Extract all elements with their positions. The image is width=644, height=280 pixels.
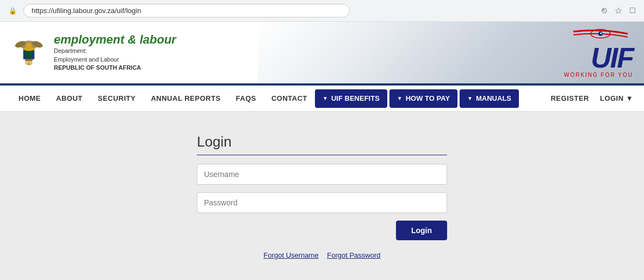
login-link[interactable]: LOGIN ▼: [600, 94, 633, 102]
svg-point-11: [600, 33, 602, 34]
uif-swoosh-graphic: [568, 27, 633, 44]
svg-text:♦: ♦: [28, 63, 29, 66]
site-header: ♦ employment & labour Department: Employ…: [0, 22, 644, 86]
department-info: employment & labour Department: Employme…: [54, 33, 176, 72]
dept-name: employment & labour: [54, 33, 176, 47]
nav-dropdown-manuals[interactable]: ▼ MANUALS: [460, 89, 519, 108]
nav-left: HOME ABOUT SECURITY ANNUAL REPORTS FAQS …: [11, 86, 550, 112]
menu-icon[interactable]: □: [630, 5, 635, 16]
nav-item-about[interactable]: ABOUT: [48, 86, 90, 112]
login-title: Login: [197, 133, 447, 155]
nav-dropdown-how-to-pay[interactable]: ▼ HOW TO PAY: [389, 89, 457, 108]
nav-item-contact[interactable]: CONTACT: [264, 86, 315, 112]
url-bar[interactable]: https://ufiling.labour.gov.za/uif/login: [23, 4, 350, 17]
forgot-username-link[interactable]: Forgot Username: [263, 251, 318, 259]
share-icon[interactable]: ⎋: [602, 5, 607, 16]
nav-dropdown-uif-benefits[interactable]: ▼ UIF BENEFITS: [315, 89, 387, 108]
login-box: Login Login Forgot Username Forgot Passw…: [197, 133, 447, 280]
nav-right: REGISTER LOGIN ▼: [550, 94, 633, 102]
forgot-links: Forgot Username Forgot Password: [197, 251, 447, 259]
uif-text: UIF: [591, 44, 633, 72]
chevron-down-icon: ▼: [626, 94, 633, 102]
login-button[interactable]: Login: [396, 221, 447, 240]
forgot-password-link[interactable]: Forgot Password: [327, 251, 380, 259]
nav-item-home[interactable]: HOME: [11, 86, 48, 112]
bookmark-icon[interactable]: ☆: [615, 5, 622, 16]
chevron-down-icon: ▼: [323, 95, 328, 101]
main-content: Login Login Forgot Username Forgot Passw…: [0, 112, 644, 280]
main-nav: HOME ABOUT SECURITY ANNUAL REPORTS FAQS …: [0, 86, 644, 112]
uif-subtitle: WORKING FOR YOU: [564, 72, 633, 78]
username-input[interactable]: [197, 164, 447, 185]
browser-bar: 🔒 https://ufiling.labour.gov.za/uif/logi…: [0, 0, 644, 22]
nav-item-security[interactable]: SECURITY: [90, 86, 144, 112]
browser-icons: ⎋ ☆ □: [602, 5, 635, 16]
login-form: Login: [197, 164, 447, 240]
uif-brand: UIF WORKING FOR YOU: [564, 27, 633, 78]
chevron-down-icon: ▼: [467, 95, 473, 101]
password-input[interactable]: [197, 192, 447, 213]
header-left: ♦ employment & labour Department: Employ…: [11, 33, 176, 72]
chevron-down-icon: ▼: [397, 95, 403, 101]
coat-of-arms: ♦: [11, 33, 46, 71]
nav-item-annual-reports[interactable]: ANNUAL REPORTS: [143, 86, 228, 112]
dept-subtitle: Department: Employment and Labour REPUBL…: [54, 47, 176, 72]
lock-icon: 🔒: [9, 7, 17, 15]
nav-item-faqs[interactable]: FAQS: [228, 86, 264, 112]
svg-point-5: [23, 47, 34, 51]
register-link[interactable]: REGISTER: [550, 94, 589, 102]
